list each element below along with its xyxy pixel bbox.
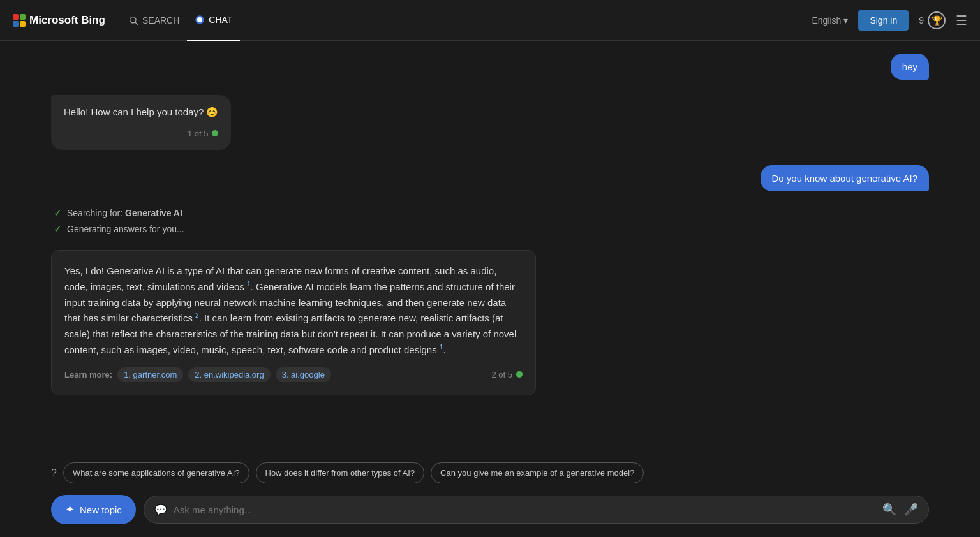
- header-right: English ▾ Sign in 9 🏆 ☰: [812, 10, 967, 31]
- lang-label: English: [812, 15, 841, 26]
- logo-sq-green: [20, 14, 26, 20]
- nav-search[interactable]: SEARCH: [121, 0, 187, 41]
- searching-label: Searching for: Generative AI: [67, 208, 182, 218]
- logo[interactable]: Microsoft Bing: [13, 14, 105, 27]
- suggestion-btn-2[interactable]: How does it differ from other types of A…: [256, 462, 425, 483]
- check-icon-1: ✓: [54, 207, 62, 219]
- nav-search-label: SEARCH: [142, 15, 179, 26]
- chevron-down-icon: ▾: [843, 15, 848, 26]
- new-topic-label: New topic: [80, 504, 122, 515]
- check-icon-2: ✓: [54, 223, 62, 235]
- learn-link-2[interactable]: 2. en.wikipedia.org: [188, 367, 270, 382]
- generating-label: Generating answers for you...: [67, 224, 184, 234]
- status-line-2: ✓ Generating answers for you...: [54, 223, 926, 235]
- microphone-button[interactable]: 🎤: [904, 503, 918, 517]
- chat-bubble-icon: 💬: [154, 504, 167, 516]
- search-status: ✓ Searching for: Generative AI ✓ Generat…: [51, 207, 929, 235]
- logo-text: Microsoft Bing: [29, 14, 105, 27]
- input-right-icons: 🔍 🎤: [882, 503, 918, 517]
- svg-point-3: [197, 17, 202, 22]
- counter-text-1: 1 of 5: [188, 128, 209, 140]
- green-dot-1: [212, 130, 218, 136]
- hamburger-icon[interactable]: ☰: [956, 13, 967, 28]
- suggestion-btn-3[interactable]: Can you give me an example of a generati…: [431, 462, 644, 483]
- svg-point-0: [130, 17, 136, 22]
- status-line-1: ✓ Searching for: Generative AI: [54, 207, 926, 219]
- learn-link-1[interactable]: 1. gartner.com: [117, 367, 183, 382]
- chat-nav-icon: [195, 15, 205, 25]
- green-dot-2: [516, 371, 523, 378]
- image-search-button[interactable]: 🔍: [882, 503, 896, 517]
- bot-bubble-1: Hello! How can I help you today? 😊 1 of …: [51, 95, 231, 150]
- bot-text-1: Hello! How can I help you today? 😊: [64, 107, 218, 117]
- suggestion-btn-1[interactable]: What are some applications of generative…: [63, 462, 249, 483]
- new-topic-button[interactable]: ✦ New topic: [51, 495, 136, 524]
- searching-term: Generative AI: [125, 208, 182, 218]
- user-message-1: hey: [51, 54, 929, 80]
- chat-input[interactable]: [174, 504, 876, 515]
- bot-message-1: Hello! How can I help you today? 😊 1 of …: [51, 95, 929, 150]
- sign-in-button[interactable]: Sign in: [858, 10, 909, 31]
- logo-sq-yellow: [20, 21, 26, 27]
- chat-container: hey Hello! How can I help you today? 😊 1…: [0, 41, 980, 462]
- input-wrapper: 💬 🔍 🎤: [144, 496, 929, 524]
- user-message-2: Do you know about generative AI?: [51, 165, 929, 191]
- reward-icon: 🏆: [928, 11, 946, 29]
- svg-line-1: [135, 22, 138, 25]
- answer-bubble: Yes, I do! Generative AI is a type of AI…: [51, 250, 536, 395]
- answer-counter-text: 2 of 5: [491, 370, 512, 379]
- search-nav-icon: [128, 15, 138, 26]
- header: Microsoft Bing SEARCH CHAT English ▾ Sig…: [0, 0, 980, 41]
- input-bar: ✦ New topic 💬 🔍 🎤: [0, 489, 980, 537]
- reward-badge[interactable]: 9 🏆: [919, 11, 946, 29]
- reward-count: 9: [919, 15, 924, 26]
- language-button[interactable]: English ▾: [812, 15, 848, 26]
- logo-sq-blue: [13, 21, 19, 27]
- suggestion-icon: ?: [51, 467, 57, 479]
- logo-sq-red: [13, 14, 19, 20]
- nav-chat[interactable]: CHAT: [187, 0, 240, 41]
- suggestions-bar: ? What are some applications of generati…: [0, 462, 980, 483]
- nav-chat-label: CHAT: [209, 15, 232, 25]
- learn-more-label: Learn more:: [64, 370, 112, 379]
- answer-counter: 2 of 5: [491, 370, 523, 379]
- msg-counter-1: 1 of 5: [64, 128, 218, 140]
- bot-answer: Yes, I do! Generative AI is a type of AI…: [51, 250, 929, 395]
- searching-label-text: Searching for:: [67, 208, 122, 218]
- logo-squares: [13, 14, 26, 27]
- learn-link-3[interactable]: 3. ai.google: [276, 367, 331, 382]
- sparkle-icon: ✦: [65, 503, 75, 517]
- user-bubble-2: Do you know about generative AI?: [761, 165, 930, 191]
- user-bubble-1: hey: [891, 54, 929, 80]
- learn-more: Learn more: 1. gartner.com 2. en.wikiped…: [64, 367, 523, 382]
- answer-text: Yes, I do! Generative AI is a type of AI…: [64, 263, 523, 358]
